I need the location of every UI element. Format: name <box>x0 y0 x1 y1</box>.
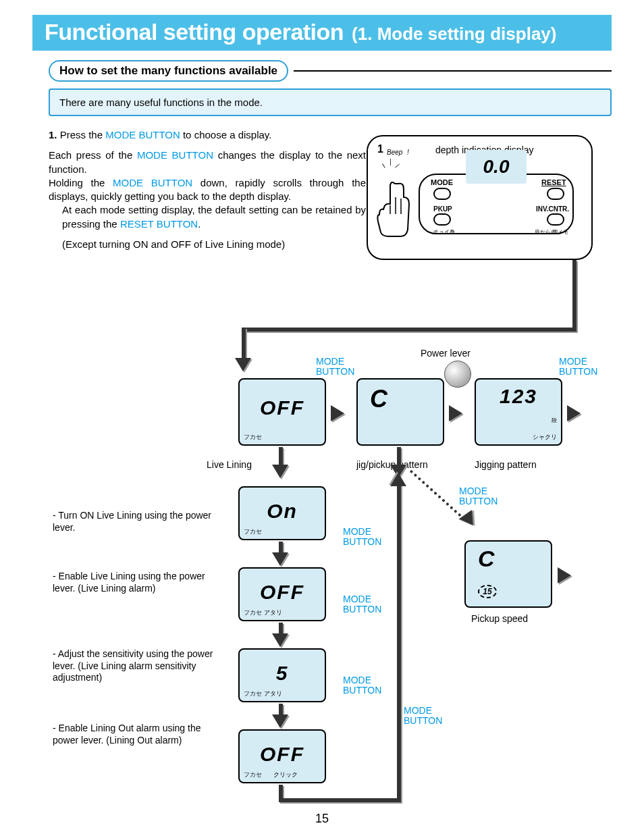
mb6: MODE BUTTON <box>343 675 381 696</box>
mb3: MODE BUTTON <box>459 486 498 507</box>
power-lever-knob-icon <box>444 361 471 388</box>
subhead-pill: How to set the many functions available <box>49 60 288 82</box>
hand-icon <box>371 177 419 238</box>
note2: - Enable Live Lining using the power lev… <box>53 571 228 594</box>
dotted-connector <box>410 470 462 517</box>
lcd-jigging: 123 段 シャクリ <box>475 378 562 446</box>
jp1: チョイ巻 <box>433 228 455 236</box>
page-number: 15 <box>0 812 644 826</box>
note1: - Turn ON Live Lining using the power le… <box>53 510 228 533</box>
lcd-off3: OFF フカセ クリック <box>238 729 326 783</box>
inv-btn-icon <box>547 213 564 226</box>
reset-label: RESET <box>541 178 566 186</box>
note3: - Adjust the sensitivity using the power… <box>53 648 228 684</box>
lcd-pickup-speed: C 15 <box>464 540 552 608</box>
note4: - Enable Lining Out alarm using the powe… <box>53 723 228 746</box>
lcd-on: On フカセ <box>238 486 326 540</box>
dev-step-num: 1 <box>377 143 383 155</box>
inv-label: INV.CNTR. <box>536 205 569 213</box>
lcd-jig-pickup: C <box>356 378 444 446</box>
subhead-rule <box>294 70 612 72</box>
intro-box: There are many useful functions in the m… <box>49 88 612 116</box>
title-sub: (1. Mode setting display) <box>352 24 556 45</box>
mode-label: MODE <box>431 178 453 186</box>
lcd-5: 5 フカセ アタリ <box>238 648 326 702</box>
cap-pickup-speed: Pickup speed <box>471 613 528 624</box>
mb4: MODE BUTTON <box>343 527 381 548</box>
cap-live-lining: Live Lining <box>207 459 252 470</box>
device-lcd: 0.0 <box>466 150 527 184</box>
mb2: MODE BUTTON <box>559 357 597 377</box>
device-box: 1 depth indication display \ | / Beep ! … <box>367 135 593 260</box>
cap-jigging: Jigging pattern <box>475 459 537 470</box>
reset-btn-icon <box>547 188 564 200</box>
power-lever-label: Power lever <box>421 348 471 359</box>
page-title-band: Functional setting operation (1. Mode se… <box>32 15 612 51</box>
mb7: MODE BUTTON <box>404 706 442 727</box>
title-main: Functional setting operation <box>45 19 344 45</box>
jp2: 底から/棚メモ <box>535 228 568 236</box>
mb1: MODE BUTTON <box>316 357 354 377</box>
pkup-label: PKUP <box>433 205 452 213</box>
lcd-live-lining-off: OFF フカセ <box>238 378 326 446</box>
lcd-off2: OFF フカセ アタリ <box>238 567 326 621</box>
subhead-row: How to set the many functions available <box>49 60 612 82</box>
pkup-btn-icon <box>433 213 451 226</box>
mb5: MODE BUTTON <box>343 594 381 615</box>
diagram: 1 depth indication display \ | / Beep ! … <box>32 135 613 810</box>
mode-btn-icon <box>433 188 451 200</box>
